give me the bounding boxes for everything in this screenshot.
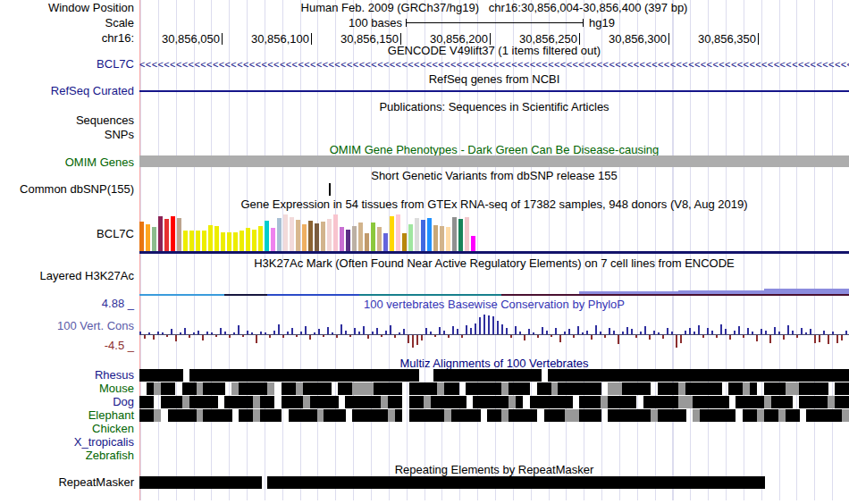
label-snps[interactable]: SNPs — [0, 129, 134, 141]
phylop-positive-bar[interactable] — [622, 332, 624, 334]
title-refseq[interactable]: RefSeq genes from NCBI — [139, 73, 849, 85]
phylop-positive-bar[interactable] — [372, 332, 374, 334]
title-multiz[interactable]: Multiz Alignments of 100 Vertebrates — [139, 357, 849, 369]
gtex-tissue-bar[interactable] — [233, 232, 238, 251]
phylop-positive-bar[interactable] — [139, 332, 141, 334]
phylop-positive-bar[interactable] — [287, 332, 289, 334]
gtex-tissue-bar[interactable] — [214, 226, 219, 251]
phylop-negative-bar[interactable] — [618, 335, 619, 344]
label-species-mouse[interactable]: Mouse — [0, 382, 134, 395]
refseq-curated-gene-line[interactable] — [139, 90, 849, 92]
multiz-row-rhesus[interactable] — [139, 369, 849, 382]
phylop-negative-bar[interactable] — [769, 335, 771, 343]
phylop-positive-bar[interactable] — [519, 332, 521, 334]
phylop-positive-bar[interactable] — [765, 331, 767, 334]
phylop-negative-bar[interactable] — [702, 335, 704, 338]
phylop-negative-bar[interactable] — [215, 335, 217, 337]
title-gencode[interactable]: GENCODE V49lift37 (1 items filtered out) — [139, 45, 849, 56]
phylop-positive-bar[interactable] — [452, 326, 454, 334]
phylop-positive-bar[interactable] — [483, 315, 485, 334]
phylop-negative-bar[interactable] — [323, 335, 324, 337]
phylop-negative-bar[interactable] — [309, 335, 311, 340]
gtex-tissue-bar[interactable] — [196, 231, 200, 251]
phylop-negative-bar[interactable] — [282, 335, 284, 338]
phylop-positive-bar[interactable] — [180, 332, 181, 334]
gtex-tissue-bar[interactable] — [333, 214, 338, 251]
phylop-negative-bar[interactable] — [783, 335, 785, 340]
phylop-positive-bar[interactable] — [564, 332, 566, 334]
phylop-positive-bar[interactable] — [193, 332, 195, 334]
phylop-negative-bar[interactable] — [551, 335, 552, 337]
phylop-positive-bar[interactable] — [260, 332, 262, 334]
phylop-positive-bar[interactable] — [689, 328, 691, 334]
phylop-positive-bar[interactable] — [430, 332, 432, 334]
gtex-tissue-bar[interactable] — [340, 227, 344, 251]
gtex-tissue-bar[interactable] — [240, 231, 244, 251]
gtex-tissue-bar[interactable] — [152, 227, 156, 251]
gtex-tissue-bar[interactable] — [296, 220, 300, 251]
phylop-positive-bar[interactable] — [470, 328, 472, 334]
phylop-positive-bar[interactable] — [577, 326, 579, 334]
phylop-negative-bar[interactable] — [729, 335, 731, 340]
phylop-negative-bar[interactable] — [166, 335, 168, 337]
multiz-row-mouse[interactable] — [139, 382, 849, 395]
phylop-positive-bar[interactable] — [823, 331, 825, 334]
repeatmasker-element[interactable] — [267, 476, 765, 489]
title-repeatmasker[interactable]: Repeating Elements by RepeatMasker — [139, 464, 849, 475]
phylop-negative-bar[interactable] — [680, 335, 682, 343]
gtex-tissue-bar[interactable] — [283, 214, 288, 251]
phylop-negative-bar[interactable] — [336, 335, 338, 338]
dbsnp-variant-tick[interactable] — [329, 183, 331, 196]
gtex-gene-model-line[interactable] — [139, 251, 849, 254]
phylop-negative-bar[interactable] — [510, 335, 512, 338]
phylop-positive-bar[interactable] — [211, 332, 213, 334]
phylop-negative-bar[interactable] — [269, 335, 271, 338]
gtex-tissue-bar[interactable] — [427, 218, 432, 251]
phylop-positive-bar[interactable] — [184, 328, 186, 334]
phylop-positive-bar[interactable] — [685, 331, 686, 334]
omim-genes-bar[interactable] — [139, 155, 849, 167]
phylop-negative-bar[interactable] — [144, 335, 146, 339]
gtex-tissue-bar[interactable] — [252, 230, 256, 251]
label-phylop-min[interactable]: -4.5 _ — [0, 340, 134, 352]
phylop-positive-bar[interactable] — [148, 332, 150, 334]
label-phylop-max[interactable]: 4.88 _ — [0, 298, 134, 310]
title-h3k27ac[interactable]: H3K27Ac Mark (Often Found Near Active Re… — [139, 257, 849, 269]
phylop-positive-bar[interactable] — [711, 331, 713, 334]
gtex-tissue-bar[interactable] — [246, 228, 250, 251]
phylop-positive-bar[interactable] — [443, 331, 445, 334]
phylop-positive-bar[interactable] — [488, 315, 490, 334]
phylop-positive-bar[interactable] — [171, 329, 172, 334]
phylop-positive-bar[interactable] — [390, 325, 391, 334]
phylop-positive-bar[interactable] — [399, 332, 400, 334]
phylop-positive-bar[interactable] — [475, 323, 476, 334]
phylop-negative-bar[interactable] — [242, 335, 244, 337]
label-vert-cons[interactable]: 100 Vert. Cons — [0, 320, 134, 332]
gtex-tissue-bar[interactable] — [358, 223, 363, 251]
h3k27ac-peak-band[interactable] — [764, 289, 849, 294]
phylop-negative-bar[interactable] — [381, 335, 382, 337]
phylop-negative-bar[interactable] — [412, 335, 414, 348]
gtex-tissue-bar[interactable] — [458, 219, 463, 251]
phylop-positive-bar[interactable] — [300, 332, 302, 334]
gtex-tissue-bar[interactable] — [265, 221, 269, 251]
phylop-positive-bar[interactable] — [801, 328, 803, 334]
phylop-positive-bar[interactable] — [265, 332, 266, 334]
gtex-tissue-bar[interactable] — [221, 232, 225, 251]
gtex-tissue-bar[interactable] — [164, 219, 169, 251]
label-species-x-tropicalis[interactable]: X_tropicalis — [0, 436, 134, 449]
label-species-chicken[interactable]: Chicken — [0, 423, 134, 435]
phylop-negative-bar[interactable] — [448, 335, 450, 338]
phylop-negative-bar[interactable] — [524, 335, 525, 340]
phylop-positive-bar[interactable] — [492, 316, 494, 334]
gtex-tissue-bar[interactable] — [402, 233, 407, 251]
phylop-positive-bar[interactable] — [626, 327, 628, 334]
phylop-positive-bar[interactable] — [162, 332, 164, 334]
phylop-negative-bar[interactable] — [416, 335, 418, 345]
phylop-positive-bar[interactable] — [479, 317, 481, 334]
phylop-positive-bar[interactable] — [439, 327, 441, 334]
phylop-positive-bar[interactable] — [305, 326, 307, 334]
gtex-tissue-bar[interactable] — [465, 217, 469, 251]
gtex-tissue-bar[interactable] — [471, 236, 475, 251]
phylop-negative-bar[interactable] — [819, 335, 820, 342]
